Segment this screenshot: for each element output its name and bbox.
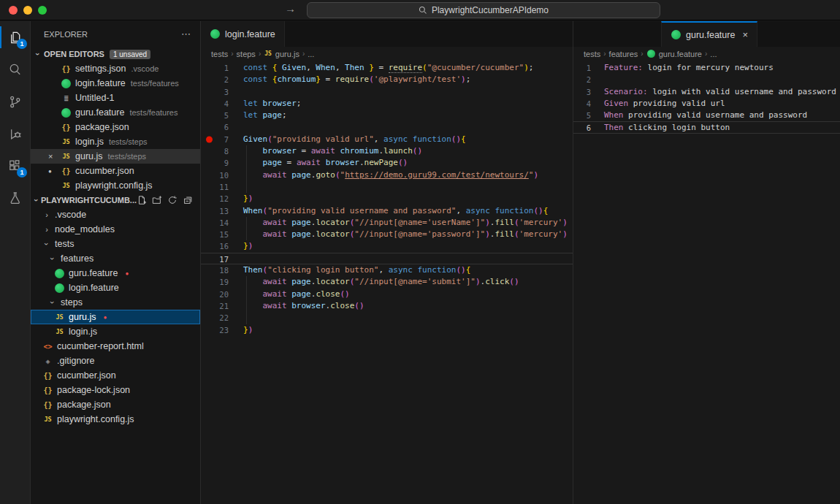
tree-item[interactable]: ›steps xyxy=(31,295,200,310)
command-center-search[interactable]: PlaywrightCucumberAPIdemo xyxy=(307,2,660,18)
line-number: 12 xyxy=(201,193,229,205)
tab-guru-feature[interactable]: guru.feature × xyxy=(661,21,757,47)
code-line[interactable]: 6Then clicking login button xyxy=(573,121,840,133)
breadcrumb-item[interactable]: features xyxy=(609,50,638,58)
code-line[interactable]: 10 await page.goto("https://demo.guru99.… xyxy=(201,169,573,181)
tree-item[interactable]: JSlogin.js xyxy=(31,324,200,339)
open-editor-item[interactable]: login.featuretests/features xyxy=(31,76,200,91)
open-editor-item[interactable]: JSlogin.jstests/steps xyxy=(31,134,200,149)
tree-item[interactable]: ›features xyxy=(31,251,200,266)
macos-maximize-icon[interactable] xyxy=(38,6,47,15)
code-line[interactable]: 2const {chromium} = require('@playwright… xyxy=(201,74,573,85)
code-line[interactable]: 9 page = await browser.newPage() xyxy=(201,157,573,169)
breadcrumb-item[interactable]: tests xyxy=(584,50,600,58)
open-editor-item[interactable]: guru.featuretests/features xyxy=(31,105,200,120)
breadcrumb-item[interactable]: steps xyxy=(237,50,256,58)
close-tab-icon[interactable]: × xyxy=(742,29,748,40)
extensions-icon[interactable]: 1 xyxy=(0,150,30,182)
code-line[interactable]: 7Given("providing valid url", async func… xyxy=(201,134,573,145)
tree-item[interactable]: login.feature xyxy=(31,280,200,295)
tree-item[interactable]: ›tests xyxy=(31,237,200,251)
tree-item[interactable]: guru.feature● xyxy=(31,266,200,280)
tree-item[interactable]: <>cucumber-report.html xyxy=(31,339,200,354)
open-editor-item[interactable]: {}settings.json.vscode xyxy=(31,61,200,76)
indent-guide xyxy=(246,157,247,169)
code-line[interactable]: 5let page; xyxy=(201,110,573,121)
code-line[interactable]: 6 xyxy=(201,121,573,133)
line-number: 13 xyxy=(201,205,229,217)
code-line[interactable]: 22 xyxy=(201,312,573,324)
code-line[interactable]: 15 await page.locator("//input[@name='pa… xyxy=(201,229,573,240)
breadcrumbs-left[interactable]: tests›steps›JSguru.js›... xyxy=(201,47,573,61)
code-line[interactable]: 13When("providing valid username and pas… xyxy=(201,205,573,217)
breadcrumb-item[interactable]: ... xyxy=(308,50,314,58)
refresh-icon[interactable] xyxy=(167,195,177,205)
code-editor-guru-js[interactable]: 1const { Given, When, Then } = require("… xyxy=(201,61,573,336)
code-line[interactable]: 1const { Given, When, Then } = require("… xyxy=(201,62,573,74)
tree-item[interactable]: JSplaywright.config.js xyxy=(31,412,200,427)
code-line[interactable]: 5When providing valid username and passw… xyxy=(573,110,840,121)
close-editor-icon[interactable]: × xyxy=(48,152,61,161)
explorer-icon[interactable]: 1 xyxy=(0,21,30,53)
workspace-title: PlaywrightCucumberAPIdemo xyxy=(432,5,549,15)
open-editors-list: {}settings.json.vscodelogin.featuretests… xyxy=(31,61,200,193)
breadcrumbs-right[interactable]: tests›features›guru.feature›... xyxy=(573,47,840,61)
line-number: 1 xyxy=(201,62,229,74)
forward-arrow-icon[interactable]: → xyxy=(285,2,296,15)
code-line[interactable]: 11 xyxy=(201,181,573,193)
code-line[interactable]: 21 await browser.close() xyxy=(201,300,573,312)
error-dot-icon: ● xyxy=(125,270,129,277)
file-name: login.feature xyxy=(75,78,126,88)
code-line[interactable]: 19 await page.locator("//input[@name='su… xyxy=(201,276,573,288)
new-file-icon[interactable] xyxy=(137,195,147,205)
code-line[interactable]: 23}) xyxy=(201,324,573,336)
code-line[interactable]: 14 await page.locator("//input[@name='us… xyxy=(201,217,573,229)
breadcrumb-separator-icon: › xyxy=(603,50,606,58)
collapse-all-icon[interactable] xyxy=(183,195,193,205)
code-line[interactable]: 4let browser; xyxy=(201,98,573,110)
code-line[interactable]: 8 browser = await chromium.launch() xyxy=(201,145,573,157)
code-editor-guru-feature[interactable]: 1Feature: login for mercury newtours23Sc… xyxy=(573,61,840,134)
source-control-icon[interactable] xyxy=(0,85,30,118)
tab-login-feature[interactable]: login.feature xyxy=(201,21,285,47)
breadcrumb-item[interactable]: guru.js xyxy=(275,50,299,58)
open-editor-item[interactable]: ≣Untitled-1 xyxy=(31,91,200,105)
open-editor-item[interactable]: JSplaywright.config.js xyxy=(31,178,200,193)
code-line[interactable]: 20 await page.close() xyxy=(201,289,573,300)
macos-minimize-icon[interactable] xyxy=(23,6,32,15)
explorer-more-icon[interactable]: ⋯ xyxy=(181,28,191,39)
breadcrumb-item[interactable]: tests xyxy=(211,50,228,58)
macos-close-icon[interactable] xyxy=(9,6,18,15)
code-line[interactable]: 16}) xyxy=(201,240,573,252)
line-number: 6 xyxy=(573,122,591,134)
tree-item[interactable]: {}package-lock.json xyxy=(31,383,200,397)
tree-item[interactable]: ›.vscode xyxy=(31,207,200,222)
code-line[interactable]: 3 xyxy=(201,86,573,98)
code-line[interactable]: 4Given providing valid url xyxy=(573,98,840,110)
project-section-header[interactable]: › PLAYWRIGHTCUCUMB... xyxy=(31,193,200,207)
tree-item[interactable]: {}cucumber.json xyxy=(31,368,200,383)
tree-item[interactable]: JSguru.js● xyxy=(31,310,200,324)
code-line[interactable]: 17 xyxy=(201,253,573,264)
code-line[interactable]: 3Scenario: login with valid username and… xyxy=(573,86,840,98)
chevron-right-icon: › xyxy=(42,210,51,219)
open-editor-item[interactable]: ●{}cucumber.json xyxy=(31,164,200,178)
code-line[interactable]: 12}) xyxy=(201,193,573,205)
open-editor-item[interactable]: {}package.json xyxy=(31,120,200,134)
code-line[interactable]: 1Feature: login for mercury newtours xyxy=(573,62,840,74)
run-debug-icon[interactable] xyxy=(0,118,30,150)
open-editor-item[interactable]: ×JSguru.jstests/steps xyxy=(31,149,200,164)
breadcrumb-item[interactable]: ... xyxy=(710,50,717,58)
explorer-title: EXPLORER xyxy=(44,30,88,39)
breakpoint-icon[interactable] xyxy=(206,136,213,142)
tree-item[interactable]: ›node_modules xyxy=(31,222,200,237)
tree-item[interactable]: ◈.gitignore xyxy=(31,354,200,368)
code-line[interactable]: 18Then("clicking login button", async fu… xyxy=(201,264,573,276)
breadcrumb-item[interactable]: guru.feature xyxy=(659,50,702,58)
code-line[interactable]: 2 xyxy=(573,74,840,85)
tree-item[interactable]: {}package.json xyxy=(31,397,200,412)
testing-icon[interactable] xyxy=(0,182,30,214)
new-folder-icon[interactable] xyxy=(152,195,162,205)
search-sidebar-icon[interactable] xyxy=(0,53,30,85)
open-editors-header[interactable]: › OPEN EDITORS 1 unsaved xyxy=(31,47,200,61)
